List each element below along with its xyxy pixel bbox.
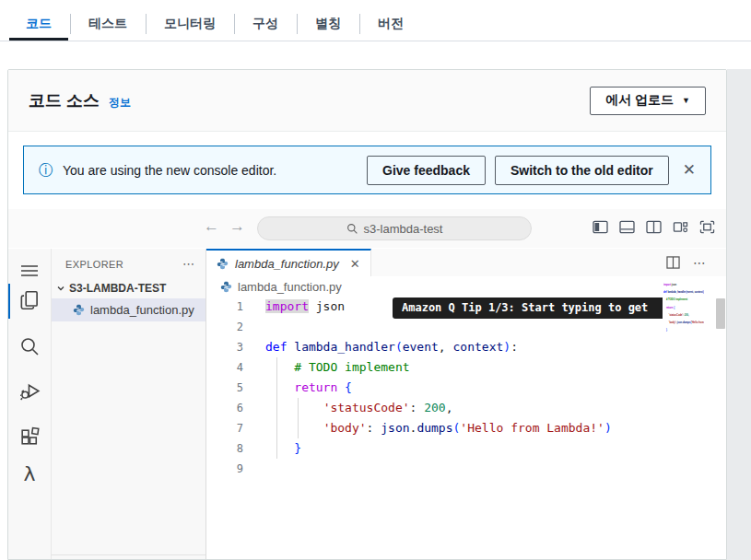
explorer-title: EXPLORER bbox=[65, 259, 123, 270]
minimap[interactable]: import jsondef lambda_handler(event, con… bbox=[663, 279, 704, 560]
split-editor-icon[interactable] bbox=[666, 256, 680, 269]
minimap-line: import json bbox=[663, 279, 704, 286]
switch-old-editor-button[interactable]: Switch to the old editor bbox=[495, 156, 669, 185]
tab-monitoring-label: 모니터링 bbox=[164, 16, 216, 32]
upload-from-label: 에서 업로드 bbox=[605, 92, 674, 109]
code-source-card: 코드 소스 정보 에서 업로드 ▼ ⓘ You are using the ne… bbox=[7, 69, 727, 560]
upload-from-button[interactable]: 에서 업로드 ▼ bbox=[590, 87, 706, 115]
command-search-input[interactable]: s3-lambda-test bbox=[257, 216, 532, 240]
editor-scrollbar[interactable] bbox=[716, 298, 725, 329]
function-tabs: 코드 테스트 모니터링 구성 별칭 버전 bbox=[7, 7, 422, 41]
chevron-down-icon bbox=[56, 284, 65, 293]
editor-workbench: λ EXPLORER ⋯ S3-LAMBDA-TEST lambda_funct… bbox=[8, 249, 726, 560]
tab-aliases-label: 별칭 bbox=[315, 16, 341, 32]
code-line: 2 bbox=[206, 317, 726, 337]
tab-test-label: 테스트 bbox=[88, 16, 127, 32]
minimap-content: import jsondef lambda_handler(event, con… bbox=[663, 279, 704, 332]
customize-layout-icon[interactable] bbox=[673, 220, 688, 234]
python-file-icon bbox=[73, 304, 85, 316]
file-label: lambda_function.py bbox=[90, 303, 194, 317]
info-link[interactable]: 정보 bbox=[109, 95, 131, 111]
tab-aliases[interactable]: 별칭 bbox=[297, 7, 359, 41]
tab-code-label: 코드 bbox=[26, 16, 52, 32]
editor-tab-label: lambda_function.py bbox=[235, 257, 339, 271]
code-line: 9 bbox=[206, 459, 726, 479]
back-arrow-icon[interactable]: ← bbox=[204, 217, 219, 236]
tab-code[interactable]: 코드 bbox=[7, 7, 70, 41]
page-title: 코드 소스 bbox=[29, 89, 100, 111]
tab-configuration-label: 구성 bbox=[252, 16, 278, 32]
tab-configuration[interactable]: 구성 bbox=[234, 7, 297, 41]
minimap-line: # TODO implement bbox=[663, 294, 704, 301]
caret-down-icon: ▼ bbox=[682, 96, 690, 105]
python-file-icon bbox=[217, 258, 229, 270]
forward-arrow-icon[interactable]: → bbox=[229, 217, 245, 236]
tree-root-folder[interactable]: S3-LAMBDA-TEST bbox=[52, 277, 205, 298]
minimap-line: def lambda_handler(event, context): bbox=[663, 286, 704, 294]
banner-message: You are using the new console editor. bbox=[63, 163, 276, 178]
close-icon[interactable]: ✕ bbox=[350, 257, 360, 271]
search-icon bbox=[18, 335, 41, 357]
search-icon bbox=[346, 223, 358, 235]
give-feedback-button[interactable]: Give feedback bbox=[367, 156, 486, 185]
minimap-line: 'statusCode': 200, bbox=[663, 309, 704, 317]
code-line: 3def lambda_handler(event, context): bbox=[206, 337, 726, 357]
tab-versions[interactable]: 버전 bbox=[359, 7, 422, 41]
search-view-button[interactable] bbox=[8, 328, 51, 365]
extensions-icon bbox=[18, 426, 41, 449]
breadcrumb-label: lambda_function.py bbox=[238, 280, 342, 294]
code-line: 5 return { bbox=[206, 378, 726, 398]
toggle-right-panel-icon[interactable] bbox=[646, 220, 662, 234]
tabs-divider bbox=[0, 41, 751, 41]
amazon-q-tooltip: Amazon Q Tip 1/3: Start typing to get bbox=[393, 298, 663, 319]
tab-actions: ⋯ bbox=[666, 249, 706, 276]
minimap-line: return { bbox=[663, 302, 704, 309]
editor-toolbar: ← → s3-lambda-test bbox=[8, 209, 726, 248]
code-line: 8 } bbox=[206, 438, 726, 459]
extensions-view-button[interactable] bbox=[8, 418, 51, 455]
tree-file-lambda-function[interactable]: lambda_function.py bbox=[52, 298, 205, 321]
tab-versions-label: 버전 bbox=[378, 16, 404, 32]
code-lines: 1import json23def lambda_handler(event, … bbox=[206, 297, 726, 479]
toggle-left-panel-icon[interactable] bbox=[593, 220, 608, 234]
more-actions-icon[interactable]: ⋯ bbox=[693, 255, 706, 270]
aws-lambda-view-button[interactable]: λ bbox=[8, 455, 51, 492]
lambda-icon: λ bbox=[23, 462, 35, 485]
explorer-panel: EXPLORER ⋯ S3-LAMBDA-TEST lambda_functio… bbox=[52, 249, 206, 560]
explorer-header: EXPLORER ⋯ bbox=[52, 249, 205, 277]
python-file-icon bbox=[220, 281, 232, 293]
indent-guide bbox=[298, 398, 299, 438]
indent-guide bbox=[276, 357, 277, 459]
editor-tab-bar: lambda_function.py ✕ ⋯ bbox=[206, 249, 726, 276]
breadcrumb[interactable]: lambda_function.py bbox=[206, 276, 726, 297]
more-actions-icon[interactable]: ⋯ bbox=[182, 258, 194, 270]
banner-buttons: Give feedback Switch to the old editor bbox=[367, 156, 669, 185]
editor-tab-lambda-function[interactable]: lambda_function.py ✕ bbox=[206, 249, 371, 276]
close-icon[interactable]: ✕ bbox=[683, 162, 696, 178]
files-icon bbox=[18, 288, 41, 312]
minimap-line: 'body': json.dumps('Hello from Lambda!') bbox=[663, 317, 704, 324]
fullscreen-icon[interactable] bbox=[699, 220, 715, 234]
code-line: 7 'body': json.dumps('Hello from Lambda!… bbox=[206, 418, 726, 438]
explorer-view-button[interactable] bbox=[8, 282, 51, 319]
explorer-divider bbox=[52, 554, 205, 555]
editor-pane: lambda_function.py ✕ ⋯ lambda_function.p… bbox=[206, 249, 726, 560]
lambda-console-page: 코드 테스트 모니터링 구성 별칭 버전 코드 소스 정보 에서 업로드 ▼ ⓘ… bbox=[0, 0, 751, 560]
hamburger-icon bbox=[20, 264, 39, 277]
toggle-bottom-panel-icon[interactable] bbox=[619, 220, 635, 234]
code-editor[interactable]: 1import json23def lambda_handler(event, … bbox=[206, 297, 726, 479]
activity-bar: λ bbox=[8, 249, 52, 560]
code-line: 4 # TODO implement bbox=[206, 357, 726, 378]
layout-controls bbox=[593, 220, 715, 234]
info-banner: ⓘ You are using the new console editor. … bbox=[23, 146, 711, 194]
root-folder-label: S3-LAMBDA-TEST bbox=[69, 282, 166, 295]
page-background-gutter bbox=[727, 69, 751, 560]
banner-section: ⓘ You are using the new console editor. … bbox=[8, 132, 726, 209]
info-icon: ⓘ bbox=[39, 163, 53, 178]
tab-monitoring[interactable]: 모니터링 bbox=[146, 7, 234, 41]
minimap-line: } bbox=[663, 324, 704, 332]
code-line: 6 'statusCode': 200, bbox=[206, 398, 726, 418]
tab-test[interactable]: 테스트 bbox=[70, 7, 146, 41]
card-header: 코드 소스 정보 에서 업로드 ▼ bbox=[8, 70, 726, 132]
run-debug-view-button[interactable] bbox=[8, 372, 51, 409]
